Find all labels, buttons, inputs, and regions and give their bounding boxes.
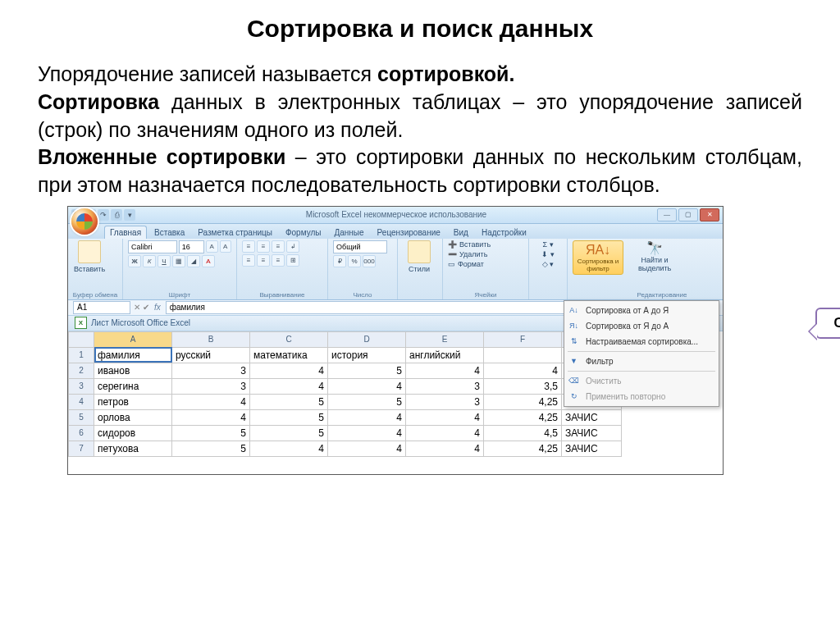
cell[interactable]: 5 bbox=[172, 425, 250, 441]
merge-icon[interactable]: ⊞ bbox=[286, 254, 299, 267]
maximize-button[interactable]: ▢ bbox=[678, 208, 698, 221]
cell[interactable]: иванов bbox=[94, 363, 172, 378]
cell[interactable]: 4,25 bbox=[484, 409, 562, 425]
cell[interactable]: 3,5 bbox=[484, 378, 562, 394]
col-header-e[interactable]: E bbox=[406, 331, 484, 347]
menu-sort-za[interactable]: Я↓Сортировка от Я до А bbox=[564, 318, 719, 334]
cell[interactable]: 4 bbox=[328, 441, 406, 456]
cell[interactable]: ЗАЧИС bbox=[562, 441, 622, 456]
align-br-icon[interactable]: ≡ bbox=[272, 254, 285, 267]
cell[interactable]: 3 bbox=[406, 394, 484, 409]
cell[interactable]: орлова bbox=[94, 409, 172, 425]
cell[interactable]: 4 bbox=[406, 363, 484, 378]
fx-icon[interactable]: fx bbox=[154, 303, 161, 312]
row-header[interactable]: 3 bbox=[69, 378, 94, 394]
cell[interactable]: 5 bbox=[172, 441, 250, 456]
tab-insert[interactable]: Вставка bbox=[148, 226, 190, 239]
minimize-button[interactable]: — bbox=[657, 208, 677, 221]
cell[interactable]: английский bbox=[406, 347, 484, 363]
font-name-combo[interactable]: Calibri bbox=[128, 240, 177, 253]
menu-reapply[interactable]: ↻Применить повторно bbox=[564, 389, 719, 404]
comma-icon[interactable]: 000 bbox=[363, 255, 376, 267]
cells-format-button[interactable]: ▭Формат bbox=[448, 260, 523, 268]
cell[interactable]: серегина bbox=[94, 378, 172, 394]
cell[interactable]: 4,5 bbox=[484, 425, 562, 441]
cell[interactable]: 4 bbox=[172, 394, 250, 409]
fill-icon[interactable]: ◢ bbox=[187, 255, 200, 267]
cell[interactable]: 4 bbox=[250, 378, 328, 394]
cells-insert-button[interactable]: ➕Вставить bbox=[448, 240, 523, 249]
currency-icon[interactable]: ₽ bbox=[333, 255, 346, 267]
cell[interactable]: 4,25 bbox=[484, 441, 562, 456]
tab-home[interactable]: Главная bbox=[104, 226, 147, 239]
col-header-a[interactable]: A bbox=[94, 331, 172, 347]
row-header[interactable]: 5 bbox=[69, 409, 94, 425]
menu-sort-az[interactable]: А↓Сортировка от А до Я bbox=[564, 303, 719, 318]
menu-clear[interactable]: ⌫Очистить bbox=[564, 373, 719, 389]
row-header[interactable]: 1 bbox=[69, 347, 94, 363]
border-icon[interactable]: ▦ bbox=[172, 255, 185, 267]
cell[interactable]: петухова bbox=[94, 441, 172, 456]
cells-delete-button[interactable]: ➖Удалить bbox=[448, 250, 523, 258]
cell[interactable]: сидоров bbox=[94, 425, 172, 441]
bold-icon[interactable]: Ж bbox=[128, 255, 141, 267]
paste-button[interactable]: Вставить bbox=[73, 240, 106, 273]
cancel-icon[interactable]: ✕ bbox=[134, 303, 140, 312]
tab-view[interactable]: Вид bbox=[448, 226, 474, 239]
cell[interactable]: 3 bbox=[172, 378, 250, 394]
cell[interactable]: русский bbox=[172, 347, 250, 363]
cell[interactable]: 4 bbox=[406, 441, 484, 456]
cell[interactable]: 3 bbox=[172, 363, 250, 378]
qat-redo-icon[interactable]: ↷ bbox=[98, 209, 109, 221]
percent-icon[interactable]: % bbox=[348, 255, 361, 267]
col-header-f[interactable]: F bbox=[484, 331, 562, 347]
find-select-button[interactable]: 🔭 Найти и выделить bbox=[638, 240, 671, 272]
align-tc-icon[interactable]: ≡ bbox=[257, 240, 270, 253]
cell[interactable]: 4 bbox=[484, 363, 562, 378]
cell[interactable]: 4 bbox=[250, 363, 328, 378]
menu-custom-sort[interactable]: ⇅Настраиваемая сортировка... bbox=[564, 334, 719, 349]
enter-icon[interactable]: ✔ bbox=[143, 303, 149, 312]
qat-more-icon[interactable]: ▾ bbox=[124, 209, 135, 221]
clear-button[interactable]: ◇ ▾ bbox=[534, 260, 562, 268]
menu-filter[interactable]: ▼Фильтр bbox=[564, 354, 719, 369]
number-format-combo[interactable]: Общий bbox=[333, 240, 387, 253]
cell[interactable]: 3 bbox=[406, 378, 484, 394]
tab-review[interactable]: Рецензирование bbox=[372, 226, 446, 239]
cell[interactable] bbox=[484, 347, 562, 363]
grow-font-icon[interactable]: A bbox=[206, 240, 218, 253]
row-header[interactable]: 2 bbox=[69, 363, 94, 378]
tab-formulas[interactable]: Формулы bbox=[280, 226, 327, 239]
qat-print-icon[interactable]: ⎙ bbox=[111, 209, 122, 221]
close-button[interactable]: ✕ bbox=[700, 208, 719, 221]
row-header[interactable]: 4 bbox=[69, 394, 94, 409]
col-header-b[interactable]: B bbox=[172, 331, 250, 347]
cell[interactable]: ЗАЧИС bbox=[562, 425, 622, 441]
cell[interactable]: 5 bbox=[250, 394, 328, 409]
cell[interactable]: 5 bbox=[250, 425, 328, 441]
styles-button[interactable]: Стили bbox=[403, 240, 436, 273]
align-bc-icon[interactable]: ≡ bbox=[257, 254, 270, 267]
cell[interactable]: 4 bbox=[172, 409, 250, 425]
cell[interactable]: 5 bbox=[328, 363, 406, 378]
cell[interactable]: 4 bbox=[406, 409, 484, 425]
font-color-icon[interactable]: A bbox=[202, 255, 215, 267]
row-header[interactable]: 7 bbox=[69, 441, 94, 456]
autosum-button[interactable]: Σ ▾ bbox=[534, 240, 562, 249]
cell[interactable]: история bbox=[328, 347, 406, 363]
font-size-combo[interactable]: 16 bbox=[179, 240, 204, 253]
col-header-c[interactable]: C bbox=[250, 331, 328, 347]
wrap-icon[interactable]: ↲ bbox=[286, 240, 299, 253]
sort-filter-button[interactable]: ЯА↓ Сортировка и фильтр bbox=[573, 240, 623, 275]
cell[interactable]: 4 bbox=[328, 425, 406, 441]
ribbon-tabs[interactable]: Главная Вставка Разметка страницы Формул… bbox=[68, 224, 723, 239]
cell[interactable]: фамилия bbox=[94, 347, 172, 363]
cell[interactable]: 5 bbox=[328, 394, 406, 409]
cell[interactable]: 4,25 bbox=[484, 394, 562, 409]
cell[interactable]: ЗАЧИС bbox=[562, 409, 622, 425]
sort-filter-dropdown[interactable]: А↓Сортировка от А до Я Я↓Сортировка от Я… bbox=[564, 300, 719, 407]
align-bl-icon[interactable]: ≡ bbox=[242, 254, 255, 267]
cell[interactable]: 4 bbox=[406, 425, 484, 441]
select-all-corner[interactable] bbox=[69, 331, 94, 347]
office-button[interactable] bbox=[71, 208, 98, 235]
